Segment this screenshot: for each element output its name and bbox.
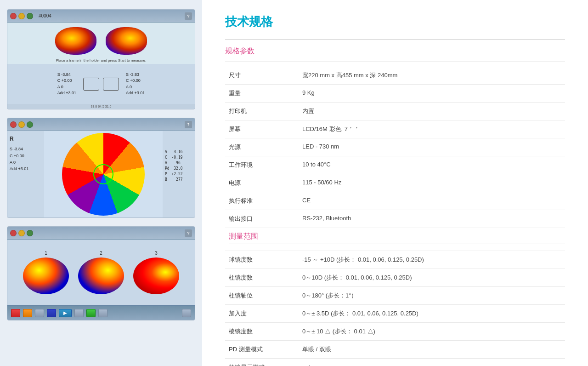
spec-table: 尺寸宽220 mm x 高455 mm x 深 240mm重量9 Kg打印机内置… <box>225 67 565 228</box>
frame2-a: A 0 <box>10 159 42 166</box>
bb-btn-print-3[interactable] <box>182 309 191 317</box>
bb-btn-3c[interactable] <box>74 309 84 317</box>
measure-value-4: 0～± 10 △ (步长： 0.01 △) <box>299 323 565 341</box>
frame-outline-right <box>103 78 119 91</box>
bb-btn-3e[interactable] <box>98 309 107 317</box>
lens3-label-2: 2 <box>100 251 102 256</box>
screenshot-frame-3: ? 1 2 3 <box>7 226 195 320</box>
bb-orange-3[interactable] <box>23 309 32 317</box>
measure-row-1: 柱镜度数0～10D (步长： 0.01, 0.06, 0.125, 0.25D) <box>225 269 565 287</box>
frame2-right-data: S -3.16 C -0.19 A 96 Pd 32.0 P +2.52 B 2… <box>163 131 195 217</box>
spec-label-6: 电源 <box>225 174 299 192</box>
page-title: 技术规格 <box>225 14 565 30</box>
frame2-center <box>44 131 163 217</box>
spec-value-0: 宽220 mm x 高455 mm x 深 240mm <box>299 67 565 85</box>
frame2-right-values: S -3.16 C -0.19 A 96 Pd 32.0 P +2.52 B 2… <box>165 149 183 183</box>
spec-row-6: 电源115 - 50/60 Hz <box>225 174 565 192</box>
frame1-title: #0004 <box>39 13 51 18</box>
bb-btn-3b[interactable] <box>47 309 56 317</box>
measure-table: 测量范围 球镜度数-15 ～ +10D (步长： 0.01, 0.06, 0.1… <box>225 228 565 366</box>
right-panel: 技术规格 规格参数 尺寸宽220 mm x 高455 mm x 深 240mm重… <box>202 0 588 366</box>
measure-value-3: 0～± 3.5D (步长： 0.01, 0.06, 0.125, 0.25D) <box>299 305 565 323</box>
frame1-s-right: S -3.83 <box>126 72 145 78</box>
bb-red-3[interactable] <box>11 309 20 317</box>
spec-row-3: 屏幕LCD/16M 彩色, 7＇＇ <box>225 120 565 138</box>
spec-value-3: LCD/16M 彩色, 7＇＇ <box>299 120 565 138</box>
frame2-r-label: R <box>10 135 42 143</box>
spec-label-2: 打印机 <box>225 103 299 120</box>
help-icon-3[interactable]: ? <box>185 229 192 237</box>
measure-value-6: -, + <box>299 359 565 366</box>
lens3-container-1: 1 <box>23 251 69 294</box>
frame2-c: C +0.00 <box>10 153 42 159</box>
measure-row-3: 加入度0～± 3.5D (步长： 0.01, 0.06, 0.125, 0.25… <box>225 305 565 323</box>
help-icon-1[interactable]: ? <box>185 12 192 20</box>
lens3-label-1: 1 <box>45 251 47 256</box>
spec-value-4: LED - 730 nm <box>299 138 565 156</box>
frames-pair <box>83 78 119 91</box>
spec-value-6: 115 - 50/60 Hz <box>299 174 565 192</box>
bottombar-2: ▶ <box>7 217 195 218</box>
frame2-s: S -3.84 <box>10 146 42 152</box>
bottombar-1: ▶ <box>7 109 195 109</box>
measure-row-4: 棱镜度数0～± 10 △ (步长： 0.01 △) <box>225 323 565 341</box>
help-icon-2[interactable]: ? <box>185 121 192 128</box>
ui-topbar-1: #0004 ? <box>7 10 195 23</box>
frame1-c-right: C +0.00 <box>126 78 145 84</box>
left-panel: #0004 ? Place a frame in the holder and … <box>0 0 202 366</box>
min-btn-2[interactable] <box>18 121 25 128</box>
lens-right <box>106 27 147 55</box>
frame1-left-data: S -3.84 C +0.00 A 0 Add +3.01 <box>57 72 76 97</box>
measure-value-2: 0～180° (步长：1°） <box>299 287 565 305</box>
measure-label-0: 球镜度数 <box>225 251 299 269</box>
spec-label-8: 输出接口 <box>225 210 299 228</box>
min-btn-3[interactable] <box>18 230 25 236</box>
lens3-label-3: 3 <box>155 251 158 256</box>
bb-btn-3d[interactable] <box>86 309 96 317</box>
spec-value-1: 9 Kg <box>299 85 565 103</box>
section1-title: 规格参数 <box>225 46 565 56</box>
measure-row-0: 球镜度数-15 ～ +10D (步长： 0.01, 0.06, 0.125, 0… <box>225 251 565 269</box>
measure-label-5: PD 测量模式 <box>225 341 299 359</box>
frame1-right-data: S -3.83 C +0.00 A 0 Add +3.01 <box>126 72 145 97</box>
lens3-oval-1 <box>23 257 69 294</box>
main-divider <box>225 39 565 40</box>
bb-play-3[interactable]: ▶ <box>59 309 72 317</box>
measure-value-5: 单眼 / 双眼 <box>299 341 565 359</box>
measure-label-4: 棱镜度数 <box>225 323 299 341</box>
min-btn-1[interactable] <box>18 13 25 19</box>
frame2-content: R S -3.84 C +0.00 A 0 Add +3.01 S -3.16 … <box>7 131 195 217</box>
max-btn-3[interactable] <box>27 230 33 236</box>
section2-divider <box>229 244 565 244</box>
frame2-left-data: R S -3.84 C +0.00 A 0 Add +3.01 <box>7 131 44 217</box>
spec-value-7: CE <box>299 192 565 210</box>
measure-label-1: 柱镜度数 <box>225 269 299 287</box>
close-btn-2[interactable] <box>10 121 17 128</box>
measure-value-0: -15 ～ +10D (步长： 0.01, 0.06, 0.125, 0.25D… <box>299 251 565 269</box>
frame1-add-left: Add +3.01 <box>57 90 76 97</box>
section1-divider <box>225 62 565 62</box>
measure-label-6: 柱镜显示模式 <box>225 359 299 366</box>
lens3-oval-3 <box>133 257 179 294</box>
ui-topbar-2: ? <box>7 118 195 131</box>
bb-btn-3a[interactable] <box>35 309 44 317</box>
frame3-content: 1 2 3 ▶ <box>7 240 195 320</box>
measure-label-3: 加入度 <box>225 305 299 323</box>
spec-label-7: 执行标准 <box>225 192 299 210</box>
spec-row-4: 光源LED - 730 nm <box>225 138 565 156</box>
max-btn-1[interactable] <box>27 13 33 19</box>
close-btn-1[interactable] <box>10 13 17 19</box>
measure-row-6: 柱镜显示模式-, + <box>225 359 565 366</box>
measure-row-2: 柱镜轴位0～180° (步长：1°） <box>225 287 565 305</box>
max-btn-2[interactable] <box>27 121 33 128</box>
frame1-lenses <box>7 23 195 57</box>
screenshot-frame-1: #0004 ? Place a frame in the holder and … <box>7 9 195 109</box>
frame1-c-left: C +0.00 <box>57 78 76 84</box>
spec-value-8: RS-232, Bluetooth <box>299 210 565 228</box>
spec-label-1: 重量 <box>225 85 299 103</box>
screenshot-frame-2: ? R S -3.84 C +0.00 A 0 Add +3.01 S -3.1… <box>7 118 195 218</box>
ui-topbar-3: ? <box>7 227 195 240</box>
lens3-oval-2 <box>78 257 124 294</box>
section2-title: 测量范围 <box>229 232 258 240</box>
close-btn-3[interactable] <box>10 230 17 236</box>
